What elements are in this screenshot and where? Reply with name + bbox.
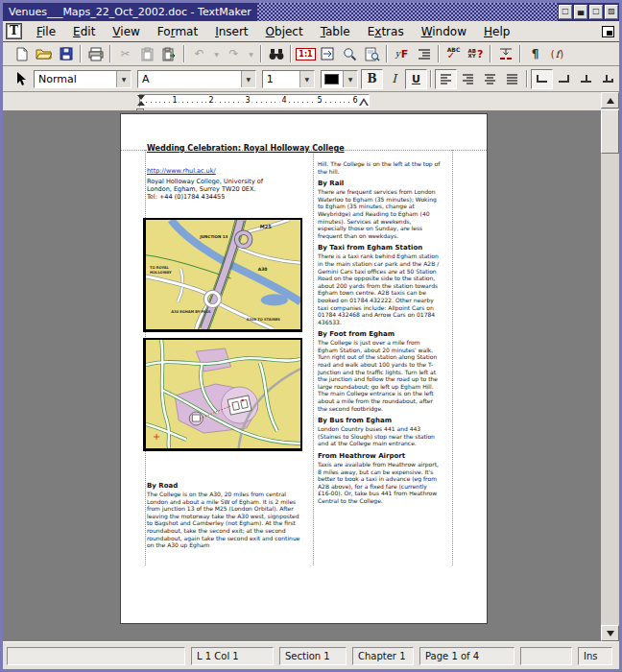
print-preview-button[interactable] bbox=[361, 44, 383, 64]
insert-field-button[interactable]: yF bbox=[391, 44, 413, 64]
fit-width-button[interactable] bbox=[317, 44, 339, 64]
app-menu-button[interactable]: T bbox=[6, 23, 22, 39]
address-line: Tel: +44 (0)1784 434455 bbox=[147, 193, 302, 201]
redo-button[interactable]: ↷ bbox=[223, 44, 245, 64]
section-text: There is a taxi rank behind Egham statio… bbox=[318, 252, 442, 325]
undo-button[interactable]: ↶ bbox=[188, 44, 210, 64]
tab-left-button[interactable] bbox=[531, 69, 553, 89]
status-line-col-cell: L 1 Col 1 bbox=[191, 647, 274, 665]
menu-file[interactable]: File bbox=[28, 23, 64, 40]
horizontal-ruler[interactable]: 1 2 3 4 5 6 bbox=[139, 94, 370, 108]
status-insert-mode-cell[interactable]: Ins bbox=[578, 647, 612, 665]
tab-right-button[interactable] bbox=[553, 69, 575, 89]
scroll-up-button[interactable] bbox=[601, 92, 619, 108]
map-label-to-royal: TO ROYAL bbox=[150, 266, 170, 270]
print-button[interactable] bbox=[84, 44, 107, 64]
menu-window[interactable]: Window bbox=[413, 23, 475, 40]
menu-insert[interactable]: Insert bbox=[206, 23, 256, 40]
status-message-cell bbox=[7, 647, 185, 665]
first-line-indent-marker[interactable] bbox=[137, 95, 145, 100]
underline-button[interactable]: U bbox=[405, 69, 427, 89]
align-center-button[interactable] bbox=[479, 69, 501, 89]
tab-center-button[interactable] bbox=[575, 69, 597, 89]
align-left-button[interactable] bbox=[435, 69, 457, 89]
window-minimize-button[interactable]: ▄ bbox=[574, 5, 587, 19]
title-bar[interactable]: Venues___Maps_22_Oct_2002.doc - TextMake… bbox=[3, 3, 619, 21]
map-label-bypass: A30 EGHAM BY-PASS bbox=[171, 310, 211, 314]
align-right-button[interactable] bbox=[457, 69, 479, 89]
redo-dropdown[interactable]: ▼ bbox=[245, 44, 257, 64]
cursor-arrow-icon bbox=[14, 71, 26, 86]
undo-dropdown[interactable]: ▼ bbox=[210, 44, 223, 64]
menu-format[interactable]: Format bbox=[149, 23, 206, 40]
menu-bar: T File Edit View Format Insert Object Ta… bbox=[3, 21, 619, 42]
justify-button[interactable] bbox=[501, 69, 523, 89]
menu-extras[interactable]: Extras bbox=[359, 23, 413, 40]
new-document-button[interactable] bbox=[11, 44, 33, 64]
window-shade-button[interactable]: □ bbox=[559, 5, 572, 19]
paragraph-settings-button[interactable] bbox=[413, 44, 435, 64]
formatting-marks-button[interactable]: ¶ bbox=[524, 44, 546, 64]
rhul-link[interactable]: http://www.rhul.ac.uk/ bbox=[147, 167, 302, 175]
toolbar-separator bbox=[80, 45, 82, 62]
paragraph-style-combo[interactable]: Normal ▼ bbox=[34, 70, 132, 88]
map-label-a30: A30 bbox=[258, 267, 268, 272]
font-size-combo[interactable]: 1 ▼ bbox=[262, 70, 315, 88]
save-button[interactable] bbox=[55, 44, 77, 64]
menu-table[interactable]: Table bbox=[312, 23, 359, 40]
formula-button[interactable]: (f) bbox=[546, 44, 568, 64]
spell-check-icon: ABC✓ bbox=[447, 47, 461, 60]
size-value: 1 bbox=[263, 73, 299, 85]
menu-object[interactable]: Object bbox=[257, 23, 312, 40]
cut-button[interactable]: ✂ bbox=[114, 44, 136, 64]
campus-map-image[interactable] bbox=[143, 338, 302, 451]
textmaker-window: Venues___Maps_22_Oct_2002.doc - TextMake… bbox=[0, 0, 622, 672]
document-restore-icon[interactable] bbox=[602, 26, 614, 37]
object-mode-button[interactable] bbox=[9, 69, 31, 89]
toolbar-separator bbox=[490, 45, 491, 62]
column-guide bbox=[313, 150, 314, 565]
menu-view[interactable]: View bbox=[104, 23, 148, 40]
find-button[interactable] bbox=[265, 44, 287, 64]
titlebar-pattern bbox=[257, 3, 558, 21]
spell-check-button[interactable]: ABC✓ bbox=[443, 44, 465, 64]
by-road-section: By Road The College is on the A30, 20 mi… bbox=[147, 482, 303, 549]
road-map-image[interactable]: M25 JUNCTION 13 A30 TO ROYAL HOLLOWAY A3… bbox=[143, 218, 302, 332]
open-button[interactable] bbox=[33, 44, 55, 64]
right-margin-guide bbox=[452, 150, 453, 565]
copy-button[interactable] bbox=[136, 44, 158, 64]
window-maximize-button[interactable]: □ bbox=[589, 5, 603, 19]
spell-recheck-button[interactable]: ABXY? bbox=[465, 44, 487, 64]
chevron-down-icon[interactable]: ▼ bbox=[343, 71, 357, 87]
right-indent-marker[interactable] bbox=[359, 98, 369, 106]
left-indent-marker[interactable] bbox=[137, 101, 145, 106]
window-close-button[interactable]: ▨ bbox=[605, 5, 618, 19]
zoom-100-button[interactable]: 1:1 bbox=[295, 44, 317, 64]
scissors-icon: ✂ bbox=[120, 47, 130, 60]
section-heading: By Rail bbox=[318, 180, 442, 187]
chevron-down-icon[interactable]: ▼ bbox=[241, 71, 255, 87]
hyphenation-button[interactable] bbox=[494, 44, 516, 64]
chevron-down-icon[interactable]: ▼ bbox=[299, 71, 314, 87]
save-floppy-icon bbox=[60, 47, 73, 60]
paragraph-lines-icon bbox=[418, 48, 431, 60]
document-page[interactable]: Wedding Celebration: Royal Holloway Coll… bbox=[120, 113, 488, 624]
menu-edit[interactable]: Edit bbox=[64, 23, 104, 40]
bold-button[interactable]: B bbox=[361, 69, 383, 89]
paste-button[interactable] bbox=[158, 44, 180, 64]
tab-decimal-button[interactable] bbox=[597, 69, 619, 89]
scrollbar-thumb[interactable] bbox=[601, 109, 619, 154]
menu-help[interactable]: Help bbox=[475, 23, 518, 40]
scroll-down-button[interactable] bbox=[601, 625, 619, 641]
document-area[interactable]: Wedding Celebration: Royal Holloway Coll… bbox=[3, 110, 601, 641]
font-name-combo[interactable]: A ▼ bbox=[137, 70, 256, 88]
font-color-combo[interactable]: ▼ bbox=[321, 70, 358, 88]
magnifier-icon bbox=[343, 47, 357, 61]
map-label-staines: A308 TO STAINES bbox=[247, 318, 281, 322]
ruler-number: 5 bbox=[315, 96, 323, 105]
zoom-button[interactable] bbox=[339, 44, 361, 64]
italic-button[interactable]: I bbox=[383, 69, 405, 89]
window-title: Venues___Maps_22_Oct_2002.doc - TextMake… bbox=[3, 3, 257, 21]
chevron-down-icon[interactable]: ▼ bbox=[116, 71, 131, 87]
vertical-scrollbar[interactable] bbox=[601, 92, 619, 641]
